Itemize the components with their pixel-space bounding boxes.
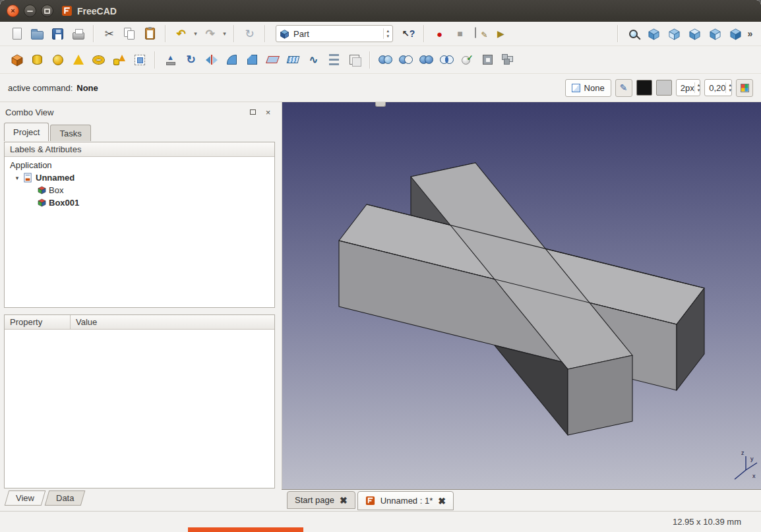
view-right-button[interactable] — [705, 24, 725, 44]
redo-button[interactable]: ↷ — [200, 24, 220, 44]
part-sphere-button[interactable] — [47, 50, 68, 70]
view-isometric-icon — [648, 28, 660, 40]
tab-close-icon[interactable]: ✖ — [340, 496, 348, 505]
save-button[interactable] — [47, 24, 68, 44]
paste-button[interactable] — [140, 24, 160, 44]
view-isometric-button[interactable] — [644, 24, 664, 44]
tree-item-box[interactable]: Box — [5, 184, 274, 196]
dock-float-button[interactable] — [248, 107, 258, 117]
combo-spin-arrows[interactable]: ▴▾ — [383, 28, 389, 38]
expander-icon[interactable]: ▾ — [14, 175, 20, 181]
tab-tasks[interactable]: Tasks — [50, 125, 90, 141]
macro-edit-button[interactable]: ✎ — [470, 24, 491, 44]
view-right-icon — [709, 28, 721, 40]
toolbar-overflow-button[interactable]: » — [746, 24, 754, 44]
style-apply-button[interactable]: ✎ — [615, 79, 632, 97]
annotation-style-button[interactable] — [736, 79, 753, 97]
part-extrude-button[interactable]: ▲ — [160, 50, 181, 70]
part-thickness-button[interactable] — [477, 50, 498, 70]
line-width-value: 2px — [681, 83, 694, 93]
spin-arrows[interactable]: ▴▾ — [725, 82, 731, 92]
part-revolve-button[interactable]: ↻ — [181, 50, 201, 70]
new-file-button[interactable] — [7, 24, 27, 44]
view-front-button[interactable] — [664, 24, 685, 44]
part-loft-button[interactable] — [324, 50, 344, 70]
part-mirror-button[interactable] — [201, 50, 222, 70]
refresh-button[interactable]: ↻ — [239, 24, 260, 44]
whats-this-button[interactable]: ↖? — [398, 24, 419, 44]
copy-icon — [124, 28, 135, 40]
part-workbench-icon — [280, 29, 289, 39]
part-cylinder-button[interactable] — [27, 50, 47, 70]
part-union-button[interactable] — [416, 50, 437, 70]
dock-close-button[interactable]: × — [263, 107, 273, 117]
print-button[interactable] — [68, 24, 88, 44]
tab-unnamed-document[interactable]: Unnamed : 1* ✖ — [357, 491, 454, 510]
window-maximize-button[interactable] — [41, 5, 53, 17]
undo-button[interactable]: ↶ — [171, 24, 191, 44]
tab-data[interactable]: Data — [45, 490, 86, 506]
splitter-handle[interactable] — [375, 102, 386, 107]
part-check-geometry-button[interactable]: ✓ — [457, 50, 477, 70]
part-make-face-button[interactable] — [262, 50, 283, 70]
value-column-header[interactable]: Value — [71, 315, 102, 329]
part-cut-button[interactable] — [396, 50, 416, 70]
tab-start-page[interactable]: Start page ✖ — [287, 491, 355, 509]
part-fillet-button[interactable] — [222, 50, 242, 70]
copy-button[interactable] — [119, 24, 140, 44]
tree-item-application[interactable]: Application — [5, 159, 274, 171]
macro-stop-button[interactable]: ■ — [450, 24, 470, 44]
tab-close-icon[interactable]: ✖ — [438, 496, 446, 506]
line-color-swatch[interactable] — [636, 80, 652, 96]
part-chamfer-button[interactable] — [242, 50, 262, 70]
part-common-button[interactable] — [437, 50, 457, 70]
axis-x-label: x — [752, 473, 756, 479]
box001-front-end-cap[interactable] — [568, 355, 632, 435]
tab-project[interactable]: Project — [4, 123, 49, 141]
part-boolean-button[interactable] — [375, 50, 396, 70]
part-compound-button[interactable] — [498, 50, 518, 70]
part-cone-button[interactable] — [68, 50, 88, 70]
main-3d-viewport[interactable]: z y x — [282, 102, 761, 489]
3d-scene[interactable]: z y x — [282, 102, 761, 489]
bottom-orange-strip — [188, 527, 303, 532]
view-rear-button[interactable] — [725, 24, 746, 44]
fit-all-button[interactable] — [623, 24, 644, 44]
undo-dropdown-button[interactable]: ▾ — [191, 24, 200, 44]
view-top-button[interactable] — [685, 24, 705, 44]
toolbar-separator — [423, 25, 425, 42]
workbench-selected-label: Part — [293, 29, 379, 39]
part-shape-builder-button[interactable] — [129, 50, 150, 70]
workbench-selector[interactable]: Part ▴▾ — [276, 25, 393, 42]
box-feature-icon — [38, 198, 46, 207]
revolve-icon: ↻ — [186, 53, 195, 67]
part-offset-button[interactable] — [344, 50, 365, 70]
document-icon — [23, 173, 33, 183]
sphere-icon — [53, 55, 63, 65]
text-size-spinbox[interactable]: 0,20 ▴▾ — [704, 79, 732, 96]
property-column-header[interactable]: Property — [5, 315, 71, 329]
window-minimize-button[interactable] — [24, 5, 36, 17]
tab-view[interactable]: View — [5, 490, 46, 506]
tree-item-document[interactable]: ▾ Unnamed — [5, 171, 274, 184]
part-primitives-button[interactable] — [109, 50, 129, 70]
part-ruled-surface-button[interactable] — [283, 50, 303, 70]
face-color-swatch[interactable] — [656, 80, 672, 96]
layer-button[interactable]: None — [565, 79, 611, 97]
box-feature-icon — [38, 186, 46, 194]
dock-header: Combo View × — [0, 102, 278, 122]
macro-record-button[interactable]: ● — [429, 24, 450, 44]
tree-item-box001[interactable]: Box001 — [5, 196, 274, 209]
part-box-button[interactable] — [7, 50, 27, 70]
part-sweep-button[interactable]: ∿ — [303, 50, 324, 70]
draft-tray: None ✎ 2px ▴▾ 0,20 ▴▾ — [565, 79, 753, 97]
window-close-button[interactable]: × — [7, 5, 19, 17]
spin-arrows[interactable]: ▴▾ — [694, 82, 700, 92]
part-torus-button[interactable] — [88, 50, 109, 70]
line-width-spinbox[interactable]: 2px ▴▾ — [676, 79, 700, 96]
macro-play-button[interactable]: ▶ — [491, 24, 511, 44]
toolbar-separator — [154, 51, 156, 69]
redo-dropdown-button[interactable]: ▾ — [220, 24, 229, 44]
open-file-button[interactable] — [27, 24, 47, 44]
cut-button[interactable]: ✂ — [99, 24, 119, 44]
